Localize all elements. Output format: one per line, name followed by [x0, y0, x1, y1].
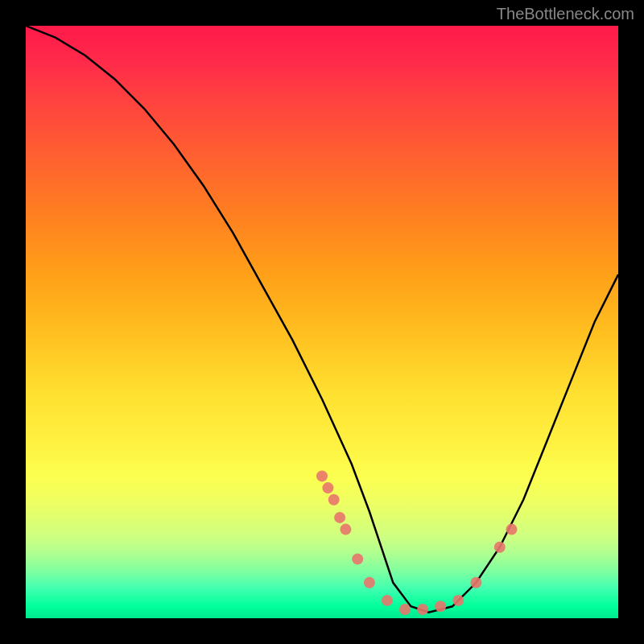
data-point	[334, 512, 345, 523]
data-point	[452, 595, 464, 606]
scatter-points	[316, 470, 518, 615]
data-point	[506, 524, 518, 535]
data-point	[417, 604, 428, 615]
attribution-text: TheBottleneck.com	[497, 5, 634, 23]
plot-area	[26, 26, 618, 618]
data-point	[435, 601, 446, 612]
curve-line	[26, 26, 618, 613]
data-point	[364, 577, 375, 588]
chart-svg	[26, 26, 618, 618]
data-point	[316, 470, 328, 481]
data-point	[494, 542, 506, 553]
data-point	[322, 482, 333, 493]
data-point	[340, 524, 351, 535]
data-point	[352, 553, 363, 564]
bottleneck-curve	[26, 26, 618, 613]
data-point	[399, 604, 411, 615]
data-point	[382, 595, 393, 606]
data-point	[470, 577, 481, 588]
data-point	[328, 494, 340, 506]
